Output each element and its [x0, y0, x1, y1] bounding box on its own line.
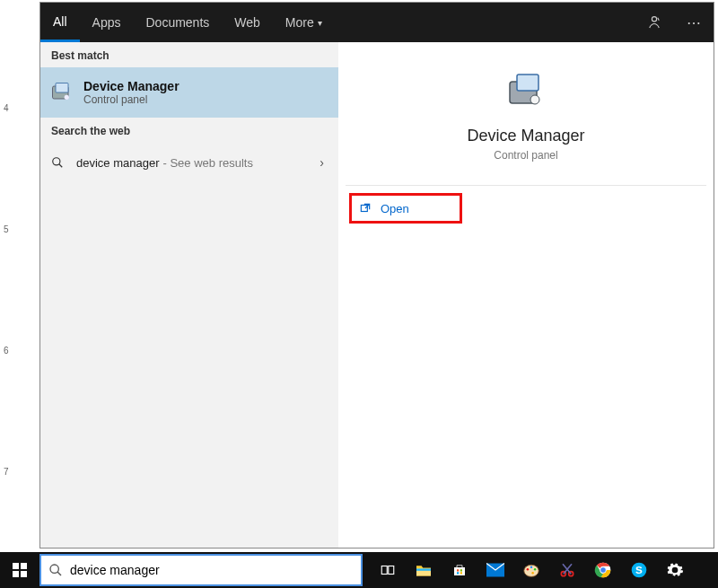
- svg-line-5: [59, 164, 63, 168]
- svg-point-14: [50, 565, 58, 573]
- search-input[interactable]: [70, 556, 354, 584]
- more-options-icon[interactable]: ⋯: [674, 3, 714, 42]
- skype-icon[interactable]: S: [621, 552, 657, 588]
- tab-more[interactable]: More▾: [273, 3, 335, 42]
- paint-icon[interactable]: [513, 552, 549, 588]
- svg-rect-11: [21, 563, 27, 569]
- svg-rect-24: [460, 572, 462, 574]
- best-match-subtitle: Control panel: [83, 93, 180, 106]
- preview-subtitle: Control panel: [494, 149, 557, 162]
- web-result-query: device manager: [76, 156, 160, 170]
- svg-rect-19: [416, 568, 431, 570]
- preview-pane: Device Manager Control panel Open: [338, 42, 714, 548]
- ruler: 4 5 6 7: [0, 0, 36, 588]
- open-button[interactable]: Open: [349, 193, 462, 224]
- svg-rect-21: [457, 569, 459, 571]
- svg-point-30: [531, 572, 533, 574]
- svg-rect-7: [517, 75, 538, 91]
- task-view-icon[interactable]: [370, 552, 406, 588]
- svg-rect-12: [13, 571, 19, 577]
- web-result-hint: - See web results: [163, 156, 253, 170]
- snipping-tool-icon[interactable]: [549, 552, 585, 588]
- tab-apps[interactable]: Apps: [80, 3, 134, 42]
- web-result-item[interactable]: device manager - See web results ›: [40, 143, 338, 182]
- svg-point-27: [527, 568, 529, 570]
- svg-rect-17: [389, 566, 394, 575]
- search-icon: [51, 156, 69, 169]
- svg-rect-22: [460, 569, 462, 571]
- svg-point-38: [673, 568, 678, 573]
- taskbar-search-box[interactable]: [39, 554, 363, 586]
- svg-point-8: [530, 95, 539, 104]
- chrome-icon[interactable]: [585, 552, 621, 588]
- svg-rect-23: [457, 572, 459, 574]
- search-web-label: Search the web: [40, 118, 338, 143]
- chevron-down-icon: ▾: [318, 18, 322, 28]
- open-label: Open: [381, 202, 409, 215]
- tab-web[interactable]: Web: [222, 3, 273, 42]
- file-explorer-icon[interactable]: [406, 552, 442, 588]
- svg-point-28: [530, 566, 532, 568]
- taskbar-apps: S: [370, 552, 718, 588]
- svg-rect-9: [361, 206, 367, 212]
- search-tabs: All Apps Documents Web More▾ ⋯: [40, 3, 714, 42]
- microsoft-store-icon[interactable]: [442, 552, 477, 588]
- tab-all[interactable]: All: [40, 3, 80, 42]
- preview-title: Device Manager: [467, 127, 584, 145]
- svg-rect-20: [454, 567, 465, 575]
- svg-line-15: [57, 572, 61, 575]
- svg-point-3: [65, 95, 69, 100]
- taskbar: S: [0, 552, 718, 588]
- svg-text:S: S: [635, 564, 643, 575]
- mail-icon[interactable]: [477, 552, 513, 588]
- device-manager-large-icon: [504, 69, 547, 112]
- best-match-item[interactable]: Device Manager Control panel: [40, 67, 338, 118]
- svg-rect-10: [13, 563, 19, 569]
- best-match-title: Device Manager: [83, 79, 180, 93]
- svg-rect-13: [21, 571, 27, 577]
- svg-point-29: [534, 568, 536, 570]
- svg-rect-16: [381, 566, 387, 575]
- preview-card: Device Manager Control panel: [346, 49, 706, 174]
- divider: [346, 185, 706, 186]
- settings-icon[interactable]: [657, 552, 693, 588]
- svg-point-4: [53, 158, 60, 165]
- device-manager-icon: [49, 80, 74, 105]
- results-list: Best match Device Manager Control panel …: [40, 42, 338, 548]
- start-button[interactable]: [0, 552, 39, 588]
- best-match-label: Best match: [40, 42, 338, 67]
- svg-point-0: [652, 17, 656, 22]
- search-results-panel: All Apps Documents Web More▾ ⋯ Best matc…: [39, 2, 714, 549]
- svg-rect-2: [56, 83, 68, 93]
- chevron-right-icon: ›: [320, 155, 328, 170]
- tab-documents[interactable]: Documents: [133, 3, 222, 42]
- feedback-icon[interactable]: [635, 3, 674, 42]
- open-icon: [359, 202, 373, 215]
- search-icon: [48, 563, 63, 577]
